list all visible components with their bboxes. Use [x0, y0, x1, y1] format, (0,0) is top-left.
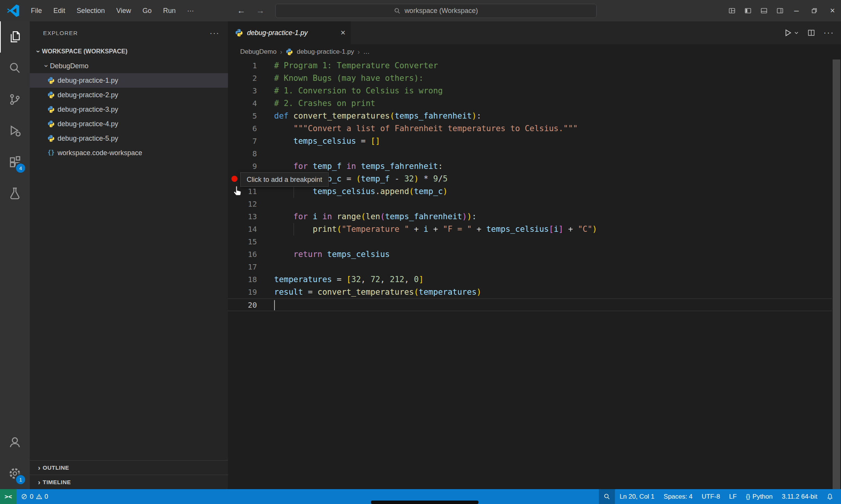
minimize-button[interactable]: – — [788, 0, 805, 21]
remote-indicator[interactable]: >< — [0, 489, 16, 504]
code-line-6[interactable]: 6 """Convert a list of Fahrenheit temper… — [228, 122, 832, 135]
code-editor[interactable]: 1# Program 1: Temperature Converter2# Kn… — [228, 59, 832, 489]
timeline-section-header[interactable]: › TIMELINE — [30, 475, 228, 489]
notifications-bell-button[interactable] — [822, 489, 838, 504]
menu-file[interactable]: File — [25, 0, 48, 21]
vertical-scrollbar-thumb[interactable] — [833, 59, 840, 489]
tab-close-button[interactable]: × — [340, 28, 345, 38]
file-item-debug-practice-1.py[interactable]: debug-practice-1.py — [30, 73, 228, 88]
line-number[interactable]: 5 — [228, 110, 257, 122]
code-line-12[interactable]: 12 — [228, 198, 832, 210]
line-number[interactable]: 4 — [228, 97, 257, 110]
editor-more-actions-button[interactable]: ··· — [823, 28, 834, 38]
python-interpreter-status[interactable]: 3.11.2 64-bit — [777, 489, 822, 504]
menu-bar: FileEditSelectionViewGoRun··· — [25, 0, 200, 21]
workspace-root-item[interactable]: › WORKSPACE (WORKSPACE) — [30, 44, 228, 59]
file-name: debug-practice-2.py — [58, 91, 118, 99]
run-python-file-button[interactable] — [784, 29, 799, 37]
activity-search[interactable] — [0, 53, 30, 84]
breadcrumb-more[interactable]: … — [363, 48, 370, 56]
code-line-18[interactable]: 18temperatures = [32, 72, 212, 0] — [228, 273, 832, 286]
line-number[interactable]: 18 — [228, 273, 257, 286]
file-item-workspace.code-workspace[interactable]: {}workspace.code-workspace — [30, 146, 228, 160]
toggle-panel-button[interactable] — [756, 0, 772, 21]
line-number[interactable]: 3 — [228, 85, 257, 97]
code-line-20[interactable]: 20 — [228, 299, 832, 311]
folder-item-debugdemo[interactable]: › DebugDemo — [30, 59, 228, 73]
line-number[interactable]: 6 — [228, 122, 257, 135]
code-line-16[interactable]: 16 return temps_celsius — [228, 248, 832, 261]
activity-testing[interactable] — [0, 178, 30, 209]
file-item-debug-practice-5.py[interactable]: debug-practice-5.py — [30, 131, 228, 146]
breakpoint-preview-dot[interactable] — [231, 176, 238, 182]
menu-view[interactable]: View — [111, 0, 137, 21]
menu-overflow-button[interactable]: ··· — [181, 0, 200, 21]
menu-selection[interactable]: Selection — [71, 0, 111, 21]
split-editor-button[interactable] — [807, 29, 815, 37]
cursor-position-status[interactable]: Ln 20, Col 1 — [615, 489, 659, 504]
code-line-7[interactable]: 7 temps_celsius = [] — [228, 135, 832, 148]
code-line-5[interactable]: 5def convert_temperatures(temps_fahrenhe… — [228, 110, 832, 122]
code-line-9[interactable]: 9 for temp_f in temps_fahrenheit: — [228, 160, 832, 173]
line-number[interactable]: 19 — [228, 286, 257, 299]
code-line-8[interactable]: 8 — [228, 148, 832, 160]
menu-go[interactable]: Go — [137, 0, 157, 21]
line-number[interactable]: 20 — [228, 299, 257, 311]
activity-accounts[interactable] — [0, 427, 30, 458]
code-line-15[interactable]: 15 — [228, 236, 832, 248]
language-status[interactable]: {} Python — [741, 489, 777, 504]
vertical-scrollbar[interactable] — [832, 59, 841, 489]
code-line-2[interactable]: 2# Known Bugs (may have others): — [228, 72, 832, 85]
line-number[interactable]: 1 — [228, 59, 257, 72]
menu-edit[interactable]: Edit — [48, 0, 71, 21]
line-number[interactable]: 17 — [228, 261, 257, 273]
close-button[interactable]: × — [824, 0, 841, 21]
horizontal-scrollbar-thumb[interactable] — [371, 501, 478, 504]
line-number[interactable]: 8 — [228, 148, 257, 160]
chevron-right-icon: › — [36, 464, 43, 472]
activity-explorer[interactable] — [0, 21, 30, 53]
breadcrumb-file[interactable]: debug-practice-1.py — [297, 48, 354, 56]
command-center-search[interactable]: workspace (Workspace) — [275, 4, 597, 18]
forward-button[interactable]: → — [256, 6, 265, 16]
toggle-primary-sidebar-button[interactable] — [740, 0, 756, 21]
activity-settings[interactable]: 1 — [0, 458, 30, 489]
outline-section-header[interactable]: › OUTLINE — [30, 460, 228, 475]
tab-debug-practice-1[interactable]: debug-practice-1.py × — [228, 21, 351, 44]
code-line-19[interactable]: 19result = convert_temperatures(temperat… — [228, 286, 832, 299]
line-number[interactable]: 15 — [228, 236, 257, 248]
line-number[interactable]: 16 — [228, 248, 257, 261]
menu-run[interactable]: Run — [157, 0, 181, 21]
toggle-secondary-sidebar-button[interactable] — [772, 0, 788, 21]
customize-layout-button[interactable] — [724, 0, 740, 21]
code-line-17[interactable]: 17 — [228, 261, 832, 273]
line-number[interactable]: 13 — [228, 210, 257, 223]
line-number[interactable]: 7 — [228, 135, 257, 148]
line-number[interactable]: 2 — [228, 72, 257, 85]
code-line-11[interactable]: 11 temps_celsius.append(temp_c) — [228, 185, 832, 198]
file-item-debug-practice-4.py[interactable]: debug-practice-4.py — [30, 117, 228, 131]
eol-status[interactable]: LF — [725, 489, 741, 504]
line-number[interactable]: 9 — [228, 160, 257, 173]
breadcrumb-folder[interactable]: DebugDemo — [240, 48, 276, 56]
zoom-status-item[interactable] — [599, 489, 615, 504]
code-line-1[interactable]: 1# Program 1: Temperature Converter — [228, 59, 832, 72]
indentation-status[interactable]: Spaces: 4 — [659, 489, 697, 504]
file-item-debug-practice-2.py[interactable]: debug-practice-2.py — [30, 88, 228, 102]
code-line-13[interactable]: 13 for i in range(len(temps_fahrenheit))… — [228, 210, 832, 223]
code-line-3[interactable]: 3# 1. Conversion to Celsius is wrong — [228, 85, 832, 97]
code-text: # 1. Conversion to Celsius is wrong — [274, 85, 443, 97]
restore-button[interactable] — [805, 0, 824, 21]
line-number[interactable]: 12 — [228, 198, 257, 210]
explorer-more-actions-button[interactable]: ··· — [210, 29, 220, 37]
problems-status[interactable]: 0 0 — [16, 489, 53, 504]
line-number[interactable]: 14 — [228, 223, 257, 236]
code-line-14[interactable]: 14 print("Temperature " + i + "F = " + t… — [228, 223, 832, 236]
file-item-debug-practice-3.py[interactable]: debug-practice-3.py — [30, 102, 228, 117]
encoding-status[interactable]: UTF-8 — [697, 489, 724, 504]
code-line-4[interactable]: 4# 2. Crashes on print — [228, 97, 832, 110]
activity-extensions[interactable]: 4 — [0, 146, 30, 178]
activity-source-control[interactable] — [0, 84, 30, 115]
activity-run-and-debug[interactable] — [0, 115, 30, 146]
back-button[interactable]: ← — [237, 6, 246, 16]
